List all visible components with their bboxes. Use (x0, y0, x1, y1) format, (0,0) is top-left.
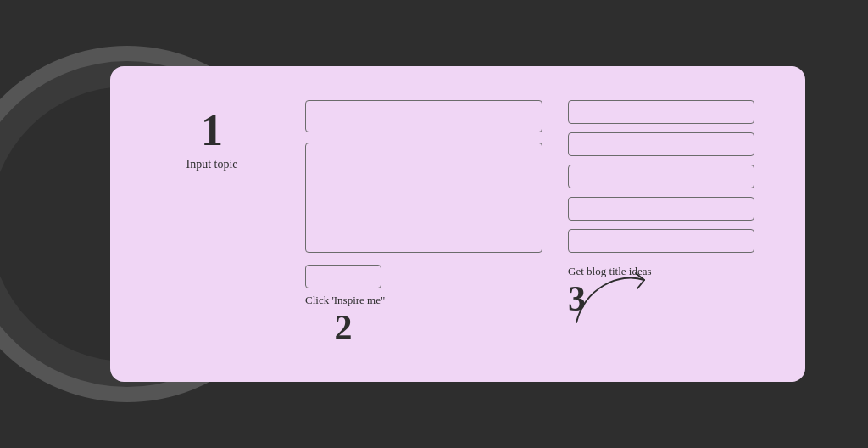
result-bar-1 (568, 100, 754, 124)
step2-number: 2 (305, 307, 381, 348)
result-bar-2 (568, 132, 754, 156)
step2-label: Click 'Inspire me" (305, 294, 385, 307)
middle-section: Click 'Inspire me" 2 (288, 100, 559, 348)
step1-label: Input topic (186, 158, 237, 171)
topic-textarea[interactable] (305, 143, 542, 253)
main-card: 1 Input topic Click 'Inspire me" 2 Get b… (110, 66, 805, 382)
result-bar-4 (568, 197, 754, 221)
step1-number: 1 (201, 109, 223, 153)
arrow-icon (568, 263, 653, 331)
button-row: Click 'Inspire me" 2 (305, 265, 385, 348)
arrow-area (559, 100, 568, 348)
result-bar-3 (568, 165, 754, 188)
topic-input[interactable] (305, 100, 542, 132)
inspire-button[interactable] (305, 265, 381, 288)
result-bar-5 (568, 229, 754, 253)
step1-section: 1 Input topic (136, 100, 288, 348)
